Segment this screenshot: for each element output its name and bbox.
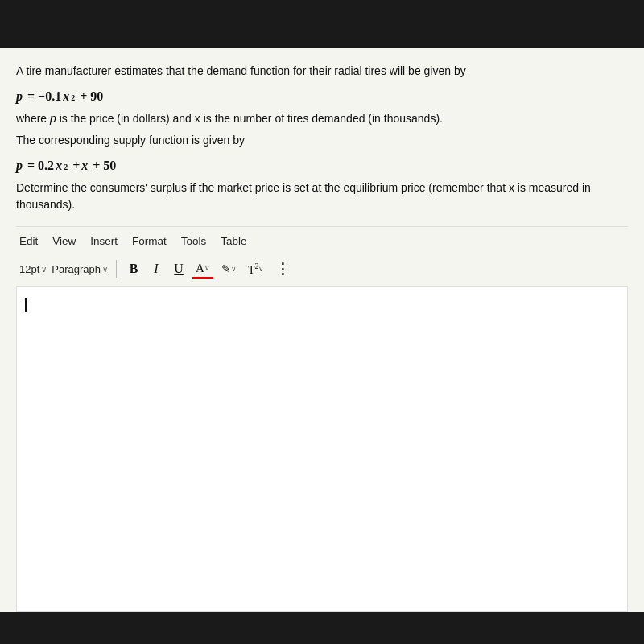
intro-text: A tire manufacturer estimates that the d… (16, 63, 628, 80)
menu-table[interactable]: Table (221, 235, 246, 247)
font-size-value: 12pt (19, 263, 39, 275)
highlight-button[interactable]: ✎ ∨ (218, 261, 240, 277)
bottom-bar (0, 612, 644, 644)
demand-eq-p: p (16, 89, 23, 104)
superscript-chevron: ∨ (258, 265, 264, 273)
mid-text-rest: is the price (in dollars) and x is the n… (56, 112, 443, 125)
question-text: Determine the consumers' surplus if the … (16, 180, 628, 213)
menu-view[interactable]: View (52, 235, 76, 247)
more-icon: ⋮ (275, 260, 291, 278)
demand-eq-rest: + 90 (76, 89, 103, 104)
editor-area[interactable] (16, 287, 628, 612)
highlight-chevron: ∨ (231, 265, 237, 273)
demand-eq-x: x (63, 89, 69, 104)
supply-eq-exp: 2 (64, 163, 68, 171)
italic-button[interactable]: I (147, 260, 165, 278)
superscript-label: T2 (248, 262, 259, 277)
top-bar (0, 0, 644, 48)
menu-format[interactable]: Format (132, 235, 167, 247)
supply-eq-x: x (56, 159, 62, 173)
more-options-button[interactable]: ⋮ (272, 258, 294, 279)
screen: A tire manufacturer estimates that the d… (0, 0, 644, 644)
supply-eq-x2: x (81, 159, 88, 173)
paragraph-selector[interactable]: Paragraph ∨ (52, 263, 108, 275)
toolbar-separator-1 (116, 260, 117, 278)
font-color-chevron: ∨ (204, 264, 210, 272)
supply-equation: p = 0.2 x2 + x + 50 (16, 159, 628, 173)
menu-insert[interactable]: Insert (90, 235, 118, 247)
mid-text: where p is the price (in dollars) and x … (16, 110, 628, 127)
superscript-button[interactable]: T2 ∨ (245, 260, 268, 279)
font-size-chevron: ∨ (41, 265, 47, 274)
supply-eq-rest: + (69, 159, 80, 173)
menu-tools[interactable]: Tools (181, 235, 207, 247)
font-color-label: A (196, 262, 204, 275)
font-color-button[interactable]: A ∨ (192, 260, 213, 279)
supply-eq-p: p (16, 159, 23, 173)
demand-equation: p = −0.1 x2 + 90 (16, 89, 628, 104)
bold-button[interactable]: B (125, 260, 142, 278)
highlight-icon: ✎ (221, 262, 231, 275)
toolbar: 12pt ∨ Paragraph ∨ B I U A ∨ ✎ ∨ T2 ∨ (16, 254, 628, 287)
demand-eq-equals: = −0.1 (24, 89, 61, 104)
underline-button[interactable]: U (170, 260, 188, 278)
menu-bar: Edit View Insert Format Tools Table (16, 226, 628, 254)
menu-edit[interactable]: Edit (19, 235, 38, 247)
supply-eq-equals: = 0.2 (24, 159, 54, 173)
supply-eq-plus50: + 50 (89, 159, 116, 173)
mid-p-italic: p (50, 112, 56, 125)
demand-eq-exp: 2 (71, 93, 75, 102)
paragraph-chevron: ∨ (102, 265, 108, 274)
content-area: A tire manufacturer estimates that the d… (0, 48, 644, 612)
font-size-selector[interactable]: 12pt ∨ (19, 263, 47, 275)
supply-intro-text: The corresponding supply function is giv… (16, 132, 628, 149)
text-cursor (25, 298, 27, 312)
paragraph-value: Paragraph (52, 263, 101, 275)
